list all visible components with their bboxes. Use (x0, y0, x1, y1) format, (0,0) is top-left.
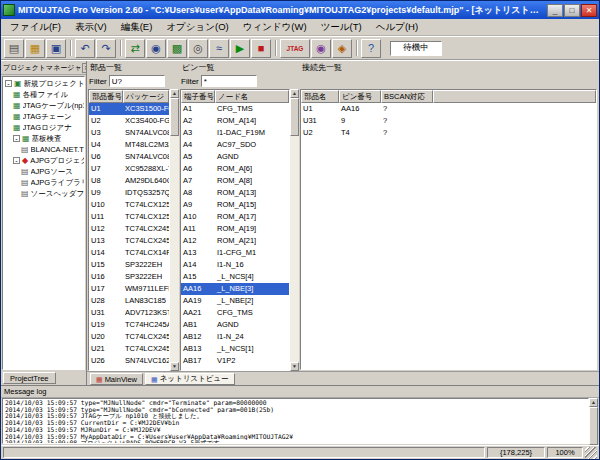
tree-expander-icon[interactable]: - (13, 135, 20, 142)
jtag-cable-icon[interactable]: ⇄ (125, 39, 145, 58)
table-row[interactable]: A9ROM_A[15] (181, 199, 289, 211)
table-row[interactable]: A3I1-DAC_F19M (181, 127, 289, 139)
column-header[interactable]: パッケージ (123, 90, 169, 103)
table-row[interactable]: U3SN74ALVC08PW (89, 127, 169, 139)
scroll-thumb[interactable] (589, 407, 598, 445)
camera-icon[interactable]: ◎ (188, 39, 208, 58)
table-row[interactable]: U20TC74LCX245FT (89, 331, 169, 343)
parts-filter-input[interactable] (109, 75, 165, 87)
column-header[interactable]: BSCAN対応 (381, 90, 433, 103)
tree-item[interactable]: ▦JTAGケーブル(np1010) (3, 100, 84, 111)
table-row[interactable]: U8AM29DL640G (89, 175, 169, 187)
tree-item[interactable]: -◆AJPGプロジェクト (3, 155, 84, 166)
parts-scrollbar[interactable]: ▲ ▼ (170, 89, 179, 371)
menu-item[interactable]: オプション(O) (159, 20, 235, 35)
tab-mainview[interactable]: ▦MainView (90, 373, 143, 385)
table-row[interactable]: AA19_L_NBE[2] (181, 295, 289, 307)
title-bar[interactable]: MITOUJTAG Pro Version 2.60 - "C:¥Users¥u… (1, 1, 599, 19)
run-icon[interactable]: ▶ (230, 39, 250, 58)
open-folder-icon[interactable]: ▦ (25, 39, 45, 58)
scroll-track[interactable] (170, 136, 179, 362)
tree-expander-icon[interactable]: - (13, 157, 20, 164)
table-row[interactable]: U14TC74LCX14FT (89, 247, 169, 259)
table-row[interactable]: U13TC74LCX245FT (89, 235, 169, 247)
table-row[interactable]: A15_L_NCS[4] (181, 271, 289, 283)
tree-item[interactable]: ▤ソースヘッダファイル (3, 188, 84, 199)
table-row[interactable]: U19TC74HC245AF (89, 319, 169, 331)
undo-icon[interactable]: ↶ (75, 39, 95, 58)
column-header[interactable]: 端子番号 (181, 90, 215, 103)
help-icon[interactable]: ? (361, 39, 381, 58)
scroll-track[interactable] (290, 136, 299, 362)
save-icon[interactable]: ▣ (46, 39, 66, 58)
table-row[interactable]: AB13_L_NCS[1] (181, 343, 289, 355)
table-row[interactable]: A10ROM_A[17] (181, 211, 289, 223)
panel-close-icon[interactable]: ✕ (82, 63, 86, 73)
tab-projecttree[interactable]: ProjectTree (3, 372, 56, 384)
table-row[interactable]: U2T4? (301, 127, 596, 139)
waveform-icon[interactable]: ≈ (209, 39, 229, 58)
flash-write-icon[interactable]: ◈ (332, 39, 352, 58)
table-row[interactable]: A7ROM_A[8] (181, 175, 289, 187)
table-row[interactable]: U12TC74LCX245FT (89, 223, 169, 235)
scroll-up-icon[interactable]: ▲ (170, 89, 179, 98)
jtag-logo-icon[interactable]: JTAG (280, 39, 310, 58)
menu-item[interactable]: 表示(V) (68, 20, 114, 35)
scroll-down-icon[interactable]: ▼ (290, 362, 299, 371)
redo-icon[interactable]: ↷ (96, 39, 116, 58)
tree-item[interactable]: ▦JTAGロジアナ (3, 122, 84, 133)
tree-item[interactable]: ▦各種ファイル (3, 89, 84, 100)
table-row[interactable]: U31ADV7123KST (89, 307, 169, 319)
tree-item[interactable]: ▦JTAGチェーン (3, 111, 84, 122)
tree-item[interactable]: ▤BLANCA-NET.TXT (3, 144, 84, 155)
scroll-thumb[interactable] (170, 98, 179, 136)
table-row[interactable]: U319? (301, 115, 596, 127)
table-row[interactable]: AB12I1-N_24 (181, 331, 289, 343)
menu-item[interactable]: ヘルプ(H) (369, 20, 425, 35)
table-row[interactable]: A12ROM_A[21] (181, 235, 289, 247)
table-row[interactable]: A2ROM_A[14] (181, 115, 289, 127)
menu-item[interactable]: 編集(E) (114, 20, 160, 35)
menu-item[interactable]: ツール(T) (314, 20, 369, 35)
column-header[interactable]: ノード名 (215, 90, 289, 103)
close-button[interactable]: ✕ (581, 4, 597, 17)
table-row[interactable]: U10TC74LCX125FT (89, 199, 169, 211)
table-row[interactable]: A6ROM_A[6] (181, 163, 289, 175)
table-row[interactable]: U1XC3S1500-FG456 (89, 103, 169, 115)
table-row[interactable]: U21TC74LCX245FT (89, 343, 169, 355)
bscan-view-icon[interactable]: ◉ (311, 39, 331, 58)
minimize-button[interactable]: _ (547, 4, 563, 17)
scroll-thumb[interactable] (290, 98, 299, 136)
table-row[interactable]: U7XC95288XL-TQ144 (89, 163, 169, 175)
scroll-up-icon[interactable]: ▲ (290, 89, 299, 98)
column-header[interactable]: 部品名 (301, 90, 339, 103)
table-row[interactable]: U4MT48LC2M32B2TG-6 (89, 139, 169, 151)
table-row[interactable]: A11ROM_A[19] (181, 223, 289, 235)
table-row[interactable]: A8ROM_A[13] (181, 187, 289, 199)
table-row[interactable]: A4AC97_SDO (181, 139, 289, 151)
resize-grip[interactable] (585, 447, 597, 459)
stop-icon[interactable]: ■ (251, 39, 271, 58)
tree-item[interactable]: ▤AJPGライブラリファイル (3, 177, 84, 188)
chip-icon[interactable]: ▩ (167, 39, 187, 58)
table-row[interactable]: U17WM9711LEFL (89, 283, 169, 295)
column-header[interactable]: ピン番号 (339, 90, 381, 103)
tree-item[interactable]: -▣新規プロジェクト (3, 78, 84, 89)
tree-item[interactable]: ▤AJPGソース (3, 166, 84, 177)
table-row[interactable]: U15SP3222EH (89, 259, 169, 271)
tree-item[interactable]: -▦基板検査 (3, 133, 84, 144)
table-row[interactable]: U26SN74LVC16245DGG (89, 355, 169, 367)
log-scrollbar[interactable]: ▲ ▼ (589, 398, 598, 444)
jtag-chain-icon[interactable]: ◉ (146, 39, 166, 58)
table-row[interactable]: A5AGND (181, 151, 289, 163)
table-row[interactable]: AB1AGND (181, 319, 289, 331)
scroll-down-icon[interactable]: ▼ (170, 362, 179, 371)
table-row[interactable]: U6SN74ALVC08PW (89, 151, 169, 163)
maximize-button[interactable]: □ (564, 4, 580, 17)
tree-expander-icon[interactable]: - (5, 80, 12, 87)
pins-scrollbar[interactable]: ▲ ▼ (290, 89, 299, 371)
menu-item[interactable]: ウィンドウ(W) (236, 20, 314, 35)
table-row[interactable]: AA16_L_NBE[3] (181, 283, 289, 295)
table-row[interactable]: A1CFG_TMS (181, 103, 289, 115)
table-row[interactable]: A14I1-N_16 (181, 259, 289, 271)
